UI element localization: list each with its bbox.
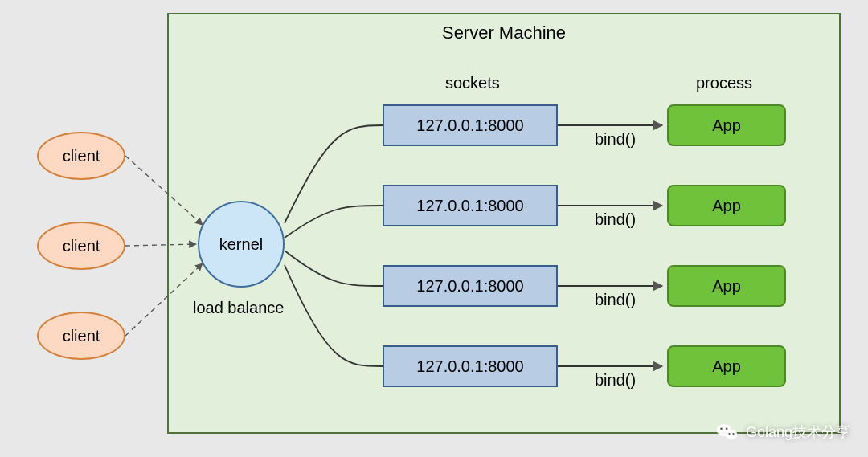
client-label: client bbox=[63, 327, 100, 345]
bind-label: bind() bbox=[595, 130, 636, 149]
kernel-node: kernel bbox=[198, 201, 285, 288]
app-box: App bbox=[667, 104, 786, 146]
bind-label: bind() bbox=[595, 210, 636, 229]
socket-box: 127.0.0.1:8000 bbox=[383, 345, 558, 387]
socket-label: 127.0.0.1:8000 bbox=[416, 357, 523, 376]
watermark: Golang技术分享 bbox=[715, 420, 850, 444]
load-balance-label: load balance bbox=[193, 299, 284, 317]
svg-point-3 bbox=[726, 428, 728, 430]
svg-point-4 bbox=[728, 433, 730, 435]
svg-point-2 bbox=[720, 428, 723, 430]
app-label: App bbox=[712, 116, 741, 135]
wechat-icon bbox=[715, 420, 739, 444]
process-header: process bbox=[696, 74, 752, 92]
app-box: App bbox=[667, 265, 786, 307]
kernel-label: kernel bbox=[219, 235, 263, 254]
socket-box: 127.0.0.1:8000 bbox=[383, 265, 558, 307]
svg-point-1 bbox=[725, 430, 737, 440]
server-title: Server Machine bbox=[169, 22, 839, 43]
client-label: client bbox=[63, 237, 100, 255]
app-label: App bbox=[712, 197, 741, 215]
socket-label: 127.0.0.1:8000 bbox=[416, 197, 523, 215]
app-box: App bbox=[667, 345, 786, 387]
client-node: client bbox=[37, 222, 125, 270]
bind-label: bind() bbox=[595, 291, 636, 309]
app-label: App bbox=[712, 357, 741, 376]
watermark-text: Golang技术分享 bbox=[746, 422, 850, 442]
socket-box: 127.0.0.1:8000 bbox=[383, 185, 558, 226]
app-box: App bbox=[667, 185, 786, 226]
socket-box: 127.0.0.1:8000 bbox=[383, 104, 558, 146]
socket-label: 127.0.0.1:8000 bbox=[416, 277, 523, 296]
client-label: client bbox=[63, 147, 100, 165]
socket-label: 127.0.0.1:8000 bbox=[416, 116, 523, 135]
app-label: App bbox=[712, 277, 741, 296]
bind-label: bind() bbox=[595, 371, 636, 390]
svg-point-5 bbox=[732, 433, 734, 435]
client-node: client bbox=[37, 132, 125, 180]
client-node: client bbox=[37, 312, 125, 360]
sockets-header: sockets bbox=[445, 74, 500, 92]
